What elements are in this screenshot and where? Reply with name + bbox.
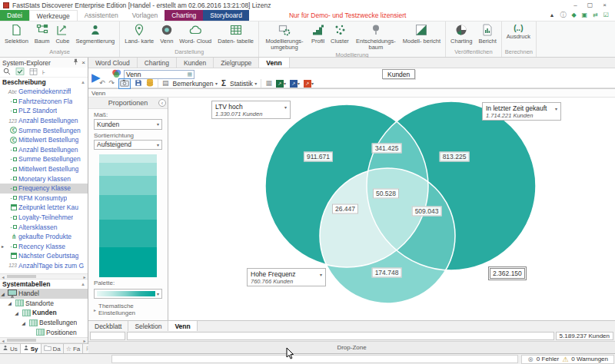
- field-item[interactable]: ▸ - Recency Klasse: [0, 242, 88, 252]
- notify-icon[interactable]: ▲: [549, 12, 554, 18]
- search-icon[interactable]: [3, 68, 11, 77]
- error-warning-status[interactable]: ⊗ 0 Fehler ⚠ 0 Warnungen: [521, 355, 614, 364]
- ribbon-button[interactable]: Entscheidungs- baum: [352, 22, 400, 51]
- undo-button[interactable]: ↶: [99, 79, 105, 88]
- close-icon[interactable]: ×: [597, 1, 612, 10]
- venn-bottom-tab[interactable]: Venn: [168, 321, 197, 331]
- scroll-up-icon[interactable]: ▲: [81, 282, 85, 286]
- expand-icon[interactable]: ◢: [0, 291, 5, 296]
- image-mode-button[interactable]: [118, 78, 131, 89]
- notes-icon[interactable]: ▤: [162, 79, 169, 88]
- mass-select[interactable]: Kunden ▾: [94, 119, 162, 130]
- save-icon[interactable]: ▣: [582, 12, 588, 18]
- table-tree-item[interactable]: Positionen: [0, 327, 88, 337]
- ribbon-button[interactable]: Baum: [32, 22, 53, 45]
- document-tab[interactable]: Word Cloud: [88, 58, 138, 68]
- ribbon-button[interactable]: Bericht: [475, 22, 499, 45]
- field-item[interactable]: € Mittelwert Bestellung: [0, 135, 88, 145]
- region-count-center[interactable]: 50.528: [373, 189, 399, 199]
- field-item[interactable]: Nächster Geburtstag: [0, 251, 88, 261]
- region-count-bottom[interactable]: 174.748: [372, 268, 402, 278]
- pin-icon[interactable]: [72, 58, 79, 67]
- ribbon-button[interactable]: Selektion: [2, 22, 32, 45]
- field-item[interactable]: ⋔ gekaufte Produkte: [0, 232, 88, 242]
- region-count-left-bottom[interactable]: 26.447: [332, 204, 358, 214]
- chevron-down-icon[interactable]: ▾: [284, 104, 287, 110]
- set-box-ltv[interactable]: LTV hoch▾ 1.330.071 Kunden: [211, 101, 291, 119]
- menu-tab[interactable]: Assistenten: [78, 10, 125, 21]
- menu-tab[interactable]: Charting: [165, 10, 203, 21]
- field-item[interactable]: - Anzahl Bestellungen: [0, 145, 88, 155]
- close-panel-icon[interactable]: ×: [81, 59, 85, 66]
- explorer-tab[interactable]: ☆ Fa: [64, 344, 84, 353]
- scroll-left-icon[interactable]: ◂: [0, 274, 6, 280]
- thematic-settings-link[interactable]: ▸ Thematische Einstellungen: [94, 303, 162, 316]
- document-tab[interactable]: Kunden: [177, 58, 214, 68]
- set-box-letzte-zeit[interactable]: In letzter Zeit gekauft▾ 1.714.221 Kunde…: [482, 102, 561, 121]
- chevron-down-icon[interactable]: ▾: [320, 272, 322, 277]
- info-icon[interactable]: ⓘ: [560, 12, 566, 18]
- field-item[interactable]: - Frequency Klasse: [0, 184, 88, 194]
- scroll-up-icon[interactable]: ▲: [81, 80, 85, 84]
- venn-name-input[interactable]: Venn ▦: [124, 70, 194, 79]
- redo-button[interactable]: ↷: [109, 79, 115, 88]
- field-item[interactable]: - Fahrtzeitzonen Fla: [0, 97, 88, 107]
- export-excel-button[interactable]: ↗▾: [276, 80, 286, 88]
- ribbon-button[interactable]: Cube: [52, 22, 72, 45]
- scroll-left-icon[interactable]: ◂: [0, 338, 6, 343]
- expand-icon[interactable]: ▸: [0, 243, 5, 249]
- explorer-tab[interactable]: Sy: [21, 344, 42, 353]
- ribbon-button[interactable]: Word- Cloud: [176, 22, 214, 45]
- field-item[interactable]: - Loyalty-Teilnehmer: [0, 213, 88, 223]
- field-item[interactable]: Zeitpunkt letzter Kau: [0, 203, 88, 213]
- ribbon-button[interactable]: Daten- tabelle: [214, 22, 257, 45]
- field-item[interactable]: - Monetary Klassen: [0, 174, 88, 184]
- field-item[interactable]: 123 Anzahl Bestellungen: [0, 116, 88, 126]
- menu-tab[interactable]: Datei: [0, 10, 29, 21]
- expand-icon[interactable]: ◢: [7, 300, 12, 306]
- tasks-icon[interactable]: ☑: [603, 12, 609, 18]
- region-count-left[interactable]: 911.671: [304, 152, 333, 162]
- ribbon-button[interactable]: (..) Ausdruck: [504, 22, 534, 40]
- venn-bottom-tab[interactable]: Deckblatt: [88, 321, 128, 331]
- scroll-thumb[interactable]: [7, 339, 36, 342]
- database-button[interactable]: [146, 78, 154, 88]
- transfer-icon[interactable]: ⇄: [593, 12, 598, 18]
- horizontal-scrollbar[interactable]: ◂ ▸: [0, 273, 88, 280]
- field-item[interactable]: - Altersklassen: [0, 222, 88, 232]
- export-word-button[interactable]: ↗▾: [290, 80, 300, 88]
- ribbon-button[interactable]: Modell- bericht: [400, 22, 444, 45]
- field-item[interactable]: Abc Gemeindekennziff: [0, 87, 88, 97]
- field-item[interactable]: - Mittelwert Bestellung: [0, 164, 88, 174]
- expand-icon[interactable]: ◢: [21, 320, 26, 326]
- field-item[interactable]: - PLZ Standort: [0, 106, 88, 116]
- document-tab[interactable]: Zielgruppe: [214, 58, 259, 68]
- table-tree-item[interactable]: ◢ Handel: [0, 289, 88, 299]
- region-count-left-right[interactable]: 341.425: [372, 144, 402, 154]
- scroll-thumb[interactable]: [7, 275, 36, 278]
- ribbon-button[interactable]: Land- karte: [121, 22, 157, 45]
- expand-icon[interactable]: ◢: [14, 310, 19, 316]
- ribbon-button[interactable]: Modellierungs- umgebung: [261, 22, 308, 51]
- grid-icon[interactable]: ▦: [265, 79, 272, 88]
- explorer-tab[interactable]: Da: [42, 344, 64, 353]
- field-item[interactable]: € Summe Bestellungen: [0, 125, 88, 135]
- document-tab[interactable]: Charting: [138, 58, 177, 68]
- field-item[interactable]: 123 AnzahlTage bis zum G: [0, 261, 88, 271]
- filter-icon[interactable]: ⊦: [42, 68, 45, 76]
- scroll-right-icon[interactable]: ▸: [81, 338, 88, 343]
- table-chip[interactable]: Kunden: [382, 69, 415, 79]
- region-count-outside[interactable]: 2.362.150: [490, 268, 525, 279]
- expression-field[interactable]: [127, 332, 554, 340]
- field-item[interactable]: - RFM Konsumtyp: [0, 194, 88, 204]
- field-item[interactable]: - Summe Bestellungen: [0, 154, 88, 164]
- bemerkungen-button[interactable]: Bemerkungen ▾: [173, 80, 218, 88]
- sigma-icon[interactable]: Σ: [221, 79, 226, 88]
- minimize-icon[interactable]: –: [568, 1, 583, 10]
- region-count-right[interactable]: 813.225: [440, 152, 470, 162]
- horizontal-scrollbar[interactable]: ◂ ▸: [0, 337, 88, 343]
- collapse-panel-icon[interactable]: ‹: [158, 99, 166, 107]
- explorer-tab[interactable]: Us: [0, 344, 21, 353]
- menu-tab[interactable]: Vorlagen: [125, 10, 165, 21]
- region-count-right-bottom[interactable]: 509.043: [412, 207, 442, 217]
